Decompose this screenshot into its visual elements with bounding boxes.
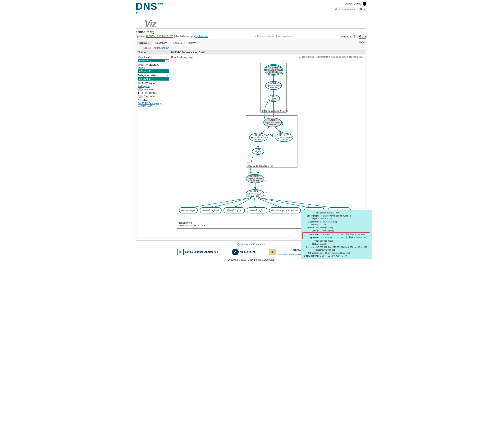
node-zone-dnskey-ksk[interactable]: DNSKEYalg=8, id=59562048 bits	[246, 174, 264, 183]
show-options-link[interactable]: show	[163, 47, 168, 49]
notices-heading: Notices	[137, 50, 170, 54]
rrset-nsec3param[interactable]: debian-fr.org/NSEC3PARAM	[269, 207, 301, 213]
node-org-ds[interactable]: DSdigest alg=2	[252, 148, 264, 155]
zone-debian-fr-label: debian-fr.org(2022-09-12 10:23:17 UTC)	[178, 222, 205, 227]
tab-dnssec[interactable]: DNSSEC	[137, 41, 152, 45]
verisign-labs-link[interactable]: Verisign Labs	[138, 105, 152, 107]
sponsor-verisign[interactable]: ✓VERISIGN	[232, 249, 255, 256]
dnssec-options: DNSSEC options (show)	[137, 46, 365, 50]
rrset-status-label: RRset status	[138, 56, 169, 59]
date-go-button[interactable]: Go »	[359, 34, 366, 39]
revoke-icon	[138, 92, 143, 94]
dnssec-graph[interactable]: DNSKEYalg=8, id=203262048 bits DNSKEYalg…	[175, 60, 360, 236]
see-also-label: See also	[138, 99, 169, 102]
node-org-dnskey-zsk1[interactable]: DNSKEYalg=8, id=561241024 bits	[249, 133, 268, 142]
revoke-label: Revoke bit set	[144, 92, 157, 94]
calendar-icon[interactable]	[355, 35, 358, 38]
update-now-link[interactable]: Update now	[195, 35, 208, 38]
dnskey-status-bar[interactable]: Secure (9)	[138, 69, 169, 73]
node-root-dnskey-zsk[interactable]: DNSKEYalg=8, id=208262048 bits	[265, 81, 282, 90]
sponsor-sandia[interactable]: ⚛Sandia National Laboratories	[177, 249, 218, 256]
questions-link[interactable]: Questions and Comments	[237, 243, 265, 246]
rrset-txt[interactable]: debian-fr.org/TXT	[224, 207, 245, 213]
download-label: Download:	[171, 56, 183, 59]
verisign-icon: ✓	[232, 249, 239, 256]
rrset-a[interactable]: debian-fr.org/A	[179, 207, 198, 213]
node-org-dnskey-ksk[interactable]: DNSKEYalg=8, id=269742048 bits	[263, 118, 282, 127]
updated-time-link[interactable]: 2022-09-12 10:23:17 UTC	[146, 35, 173, 38]
dnskey-oval-icon	[161, 64, 165, 66]
node-root-ds[interactable]: DSdigest alg=2	[268, 95, 280, 102]
dnsoarc-icon: ❋	[269, 249, 276, 256]
trust-anchor-icon	[138, 95, 143, 98]
node-org-dnskey-zsk2[interactable]: DNSKEYalg=8, id=291661024 bits	[275, 133, 293, 142]
sep-icon	[138, 88, 143, 91]
chain-heading: DNSSEC Authentication Chain	[170, 50, 365, 54]
domain-name: debian-fr.org	[136, 30, 366, 34]
tab-responses[interactable]: Responses	[153, 41, 170, 45]
date-input[interactable]	[341, 35, 355, 38]
full-legend-link[interactable]: Full legend	[138, 85, 149, 88]
prev-analysis-link: « Previous analysis	[255, 35, 276, 38]
rrset-soa[interactable]: debian-fr.org/SOA	[200, 207, 222, 213]
dnskey-rect-icon	[166, 64, 169, 66]
hint-text: Mouse over and click elements in the gra…	[171, 56, 364, 58]
sidebar: Notices RRset status Secure (7) DNSKEY/D…	[137, 50, 170, 237]
trust-anchor-label: Trust anchor	[144, 95, 156, 97]
github-link[interactable]: View on GitHub	[345, 2, 361, 5]
next-analysis-link: Next analysis »	[277, 35, 294, 38]
debugger-link[interactable]: DNSSEC Debugger	[138, 102, 159, 105]
tab-servers[interactable]: Servers	[171, 41, 184, 45]
search-go-button[interactable]: Go »	[359, 8, 366, 11]
updated-label: Updated:	[136, 35, 145, 38]
domain-search-input[interactable]	[335, 8, 358, 11]
updated-relative: (about 4 hours ago)	[174, 35, 194, 38]
rrset-status-bar[interactable]: Secure (7)	[138, 59, 169, 62]
node-root-dnskey-ksk[interactable]: DNSKEYalg=8, id=203262048 bits	[265, 65, 282, 75]
rrset-shape-icon	[165, 60, 169, 62]
zone-org-label: org(2022-09-12 10:23:11 UTC)	[247, 162, 273, 167]
zone-root-label: .(2022-09-12 08:00:37 UTC)	[261, 107, 288, 112]
rrset-mx[interactable]: debian-fr.org/MX	[247, 207, 267, 213]
domain-info: debian-fr.org Updated: 2022-09-12 10:23:…	[136, 29, 366, 40]
tabs: DNSSEC Responses Servers Analyze	[137, 41, 359, 45]
delegation-status-label: Delegation status	[138, 74, 169, 77]
download-png-link[interactable]: png	[183, 56, 187, 59]
sandia-icon: ⚛	[177, 249, 184, 256]
header: DNS●●●● Viz View on GitHub Go »	[136, 0, 366, 29]
legend-label: DNSKEY legend	[138, 82, 169, 85]
logo[interactable]: DNS●●●● Viz	[136, 2, 163, 28]
tab-analyze[interactable]: Analyze	[185, 41, 199, 45]
sep-label: SEP bit set	[144, 88, 154, 91]
tooltip: Id:debian-fr.org./27384 Description:RRSI…	[301, 210, 372, 259]
node-zone-dnskey-zsk[interactable]: DNSKEYalg=8, id=273841024 bits	[246, 189, 264, 198]
tweet-link[interactable]: Tweet	[359, 41, 365, 43]
github-icon[interactable]	[363, 2, 366, 6]
download-svg-link[interactable]: svg	[189, 56, 193, 59]
arrow-icon: →	[166, 74, 169, 77]
delegation-status-bar[interactable]: Secure (2)	[138, 77, 169, 80]
